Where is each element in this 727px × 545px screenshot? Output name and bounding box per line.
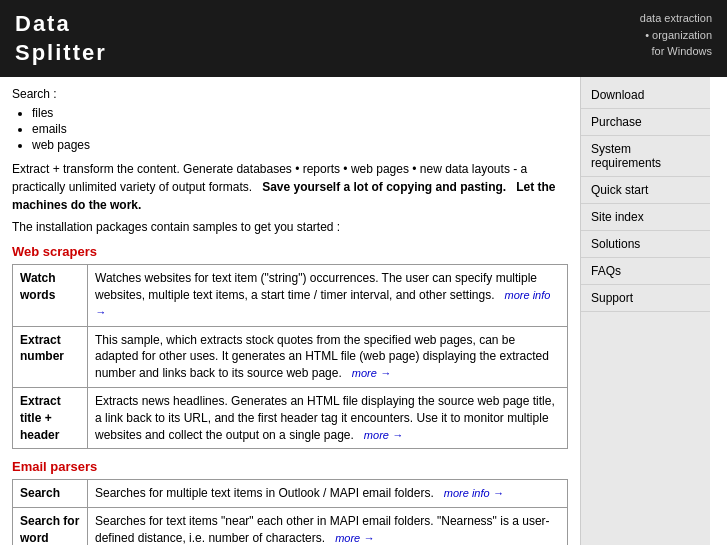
sidebar-item-site-index[interactable]: Site index (581, 204, 710, 231)
sidebar-item-purchase[interactable]: Purchase (581, 109, 710, 136)
list-item: web pages (32, 138, 568, 152)
web-scrapers-title: Web scrapers (12, 244, 568, 259)
table-row: Extract number This sample, which extrac… (13, 326, 568, 387)
sidebar-item-solutions[interactable]: Solutions (581, 231, 710, 258)
intro-section: Search : files emails web pages Extract … (12, 87, 568, 234)
sidebar-item-quick-start[interactable]: Quick start (581, 177, 710, 204)
more-link[interactable]: more → (352, 367, 391, 379)
list-item: emails (32, 122, 568, 136)
row-content: Extracts news headlines. Generates an HT… (88, 387, 568, 448)
email-parsers-title: Email parsers (12, 459, 568, 474)
layout: Search : files emails web pages Extract … (0, 77, 727, 545)
table-row: Watch words Watches websites for text it… (13, 265, 568, 326)
row-content: Searches for multiple text items in Outl… (88, 480, 568, 508)
table-row: Search for word pairs Searches for text … (13, 508, 568, 545)
table-row: Search Searches for multiple text items … (13, 480, 568, 508)
sidebar-item-system-requirements[interactable]: System requirements (581, 136, 710, 177)
more-link[interactable]: more → (335, 532, 374, 544)
email-parsers-table: Search Searches for multiple text items … (12, 479, 568, 545)
sidebar-item-support[interactable]: Support (581, 285, 710, 312)
row-content: This sample, which extracts stock quotes… (88, 326, 568, 387)
sidebar-item-download[interactable]: Download (581, 82, 710, 109)
row-label: Watch words (13, 265, 88, 326)
row-label: Search for word pairs (13, 508, 88, 545)
header-tagline: data extraction • organization for Windo… (640, 10, 712, 60)
extract-desc: Extract + transform the content. Generat… (12, 160, 568, 214)
search-label: Search : (12, 87, 568, 101)
sidebar: Download Purchase System requirements Qu… (580, 77, 710, 545)
row-label: Extract number (13, 326, 88, 387)
more-link[interactable]: more → (364, 429, 403, 441)
web-scrapers-table: Watch words Watches websites for text it… (12, 264, 568, 449)
more-info-link[interactable]: more info → (444, 487, 504, 499)
row-label: Search (13, 480, 88, 508)
install-text: The installation packages contain sample… (12, 220, 568, 234)
header: Data Splitter data extraction • organiza… (0, 0, 727, 77)
row-content: Watches websites for text item ("string"… (88, 265, 568, 326)
row-label: Extract title + header (13, 387, 88, 448)
app-title: Data Splitter (15, 10, 107, 67)
sidebar-item-faqs[interactable]: FAQs (581, 258, 710, 285)
search-list: files emails web pages (32, 106, 568, 152)
table-row: Extract title + header Extracts news hea… (13, 387, 568, 448)
row-content: Searches for text items "near" each othe… (88, 508, 568, 545)
main-content: Search : files emails web pages Extract … (0, 77, 580, 545)
list-item: files (32, 106, 568, 120)
